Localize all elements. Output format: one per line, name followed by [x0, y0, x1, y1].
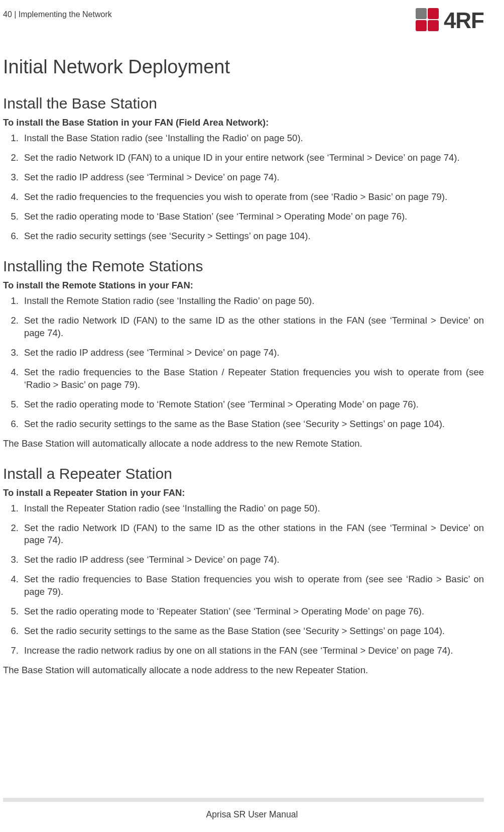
logo-text: 4RF	[444, 10, 484, 32]
header-left: 40 | Implementing the Network	[3, 9, 112, 19]
trailing-note-repeater-station: The Base Station will automatically allo…	[3, 664, 484, 677]
step-item: Set the radio security settings (see ‘Se…	[21, 230, 484, 243]
step-item: Set the radio Network ID (FAN) to the sa…	[21, 315, 484, 340]
page-number: 40	[3, 10, 12, 19]
section-subhead-remote-stations: To install the Remote Stations in your F…	[3, 280, 484, 291]
section-heading-base-station: Install the Base Station	[3, 95, 484, 112]
header-separator: |	[12, 10, 19, 19]
trailing-note-remote-stations: The Base Station will automatically allo…	[3, 438, 484, 450]
section-heading-remote-stations: Installing the Remote Stations	[3, 258, 484, 275]
step-item: Install the Repeater Station radio (see …	[21, 502, 484, 515]
step-item: Set the radio operating mode to ‘Repeate…	[21, 605, 484, 618]
section-subhead-base-station: To install the Base Station in your FAN …	[3, 117, 484, 128]
step-item: Set the radio frequencies to the frequen…	[21, 191, 484, 203]
step-item: Set the radio operating mode to ‘Base St…	[21, 211, 484, 223]
step-item: Increase the radio network radius by one…	[21, 645, 484, 657]
chapter-title: Implementing the Network	[19, 10, 112, 19]
steps-base-station: Install the Base Station radio (see ‘Ins…	[3, 132, 484, 243]
step-item: Set the radio IP address (see ‘Terminal …	[21, 554, 484, 566]
step-item: Set the radio operating mode to ‘Remote …	[21, 398, 484, 411]
page-header: 40 | Implementing the Network 4RF	[3, 9, 484, 32]
step-item: Set the radio frequencies to Base Statio…	[21, 573, 484, 598]
section-heading-repeater-station: Install a Repeater Station	[3, 465, 484, 482]
section-subhead-repeater-station: To install a Repeater Station in your FA…	[3, 487, 484, 498]
logo-squares-icon	[416, 8, 439, 31]
step-item: Install the Base Station radio (see ‘Ins…	[21, 132, 484, 145]
footer-rule	[3, 798, 484, 802]
steps-remote-stations: Install the Remote Station radio (see ‘I…	[3, 295, 484, 431]
step-item: Install the Remote Station radio (see ‘I…	[21, 295, 484, 307]
step-item: Set the radio IP address (see ‘Terminal …	[21, 171, 484, 184]
step-item: Set the radio security settings to the s…	[21, 625, 484, 638]
step-item: Set the radio IP address (see ‘Terminal …	[21, 347, 484, 359]
brand-logo: 4RF	[416, 9, 484, 32]
page-title: Initial Network Deployment	[3, 56, 484, 78]
step-item: Set the radio Network ID (FAN) to the sa…	[21, 522, 484, 547]
step-item: Set the radio security settings to the s…	[21, 418, 484, 431]
footer-text: Aprisa SR User Manual	[0, 809, 504, 820]
steps-repeater-station: Install the Repeater Station radio (see …	[3, 502, 484, 658]
step-item: Set the radio Network ID (FAN) to a uniq…	[21, 152, 484, 164]
step-item: Set the radio frequencies to the Base St…	[21, 366, 484, 391]
